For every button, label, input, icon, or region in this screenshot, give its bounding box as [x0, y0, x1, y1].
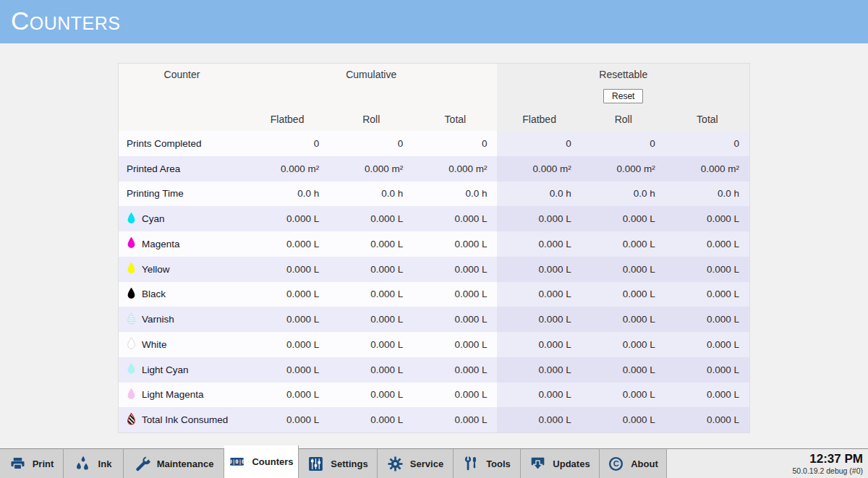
gear-icon	[387, 456, 404, 472]
counter-value: 0.000 L	[245, 257, 329, 282]
reset-button-wrap: Reset	[497, 85, 749, 107]
sub-header-flatbed-cumulative: Flatbed	[245, 107, 329, 131]
counter-value: 0.000 L	[497, 407, 581, 432]
ink-drops-icon	[75, 456, 92, 472]
page-title: Counters	[11, 8, 121, 33]
wrench-icon	[134, 456, 150, 472]
copyright-icon: C	[608, 456, 624, 472]
tab-label: Ink	[98, 458, 112, 469]
tab-label: About	[631, 458, 658, 469]
light-magenta-drop-icon	[127, 388, 136, 402]
table-row: Yellow 0.000 L0.000 L0.000 L0.000 L0.000…	[119, 257, 749, 282]
reset-button[interactable]: Reset	[603, 89, 643, 103]
counter-value: 0.000 L	[582, 383, 665, 408]
counter-value: 0.000 L	[665, 357, 749, 383]
counter-value: 0.0 h	[413, 182, 497, 207]
printer-icon	[9, 456, 26, 472]
version-text: 50.0.19.2 debug (#0)	[793, 466, 864, 475]
row-label: Printing Time	[127, 188, 184, 199]
light-cyan-drop-icon	[127, 362, 136, 377]
counter-value: 0.000 L	[329, 407, 413, 432]
counter-value: 0.000 L	[245, 282, 329, 307]
table-row: Black 0.000 L0.000 L0.000 L0.000 L0.000 …	[119, 282, 749, 307]
svg-text:0|0|0: 0|0|0	[229, 458, 245, 465]
counter-value: 0	[329, 131, 413, 156]
row-label-cell: Total Ink Consumed	[119, 407, 245, 432]
counter-value: 0.000 L	[497, 307, 581, 332]
table-row: Magenta 0.000 L0.000 L0.000 L0.000 L0.00…	[119, 231, 749, 257]
counter-value: 0.000 m²	[245, 156, 329, 182]
counter-value: 0.000 L	[497, 257, 581, 282]
table-header: Counter Cumulative Resettable Reset Flat…	[119, 64, 749, 131]
counter-value: 0.000 L	[329, 383, 413, 408]
counter-value: 0.0 h	[245, 182, 329, 207]
counter-value: 0.000 L	[329, 282, 413, 307]
table-row: Printed Area 0.000 m²0.000 m²0.000 m²0.0…	[119, 156, 749, 182]
counter-value: 0.000 L	[497, 383, 581, 408]
counter-value: 0.000 L	[413, 206, 497, 231]
row-label: White	[142, 339, 167, 350]
counter-value: 0.000 L	[665, 383, 749, 408]
table-row: Prints Completed 000000	[119, 131, 749, 156]
counter-value: 0.000 L	[413, 332, 497, 357]
counter-value: 0.000 L	[582, 206, 665, 231]
cyan-drop-icon	[127, 212, 136, 226]
row-label: Yellow	[142, 264, 170, 275]
row-label-cell: Prints Completed	[119, 131, 245, 156]
row-label-cell: Light Cyan	[119, 357, 245, 383]
counter-value: 0	[665, 131, 749, 156]
row-label: Varnish	[142, 314, 174, 325]
table-row: White 0.000 L0.000 L0.000 L0.000 L0.000 …	[119, 332, 749, 357]
counter-value: 0.000 L	[413, 231, 497, 257]
counter-value: 0.000 L	[329, 332, 413, 357]
row-label-cell: Printed Area	[119, 156, 245, 182]
content-area: Counter Cumulative Resettable Reset Flat…	[0, 43, 868, 448]
column-group-cumulative: Cumulative	[245, 64, 497, 85]
tab-about[interactable]: C About	[600, 448, 667, 478]
counter-value: 0.000 L	[413, 383, 497, 408]
table-row: Cyan 0.000 L0.000 L0.000 L0.000 L0.000 L…	[119, 206, 749, 231]
row-label-cell: Printing Time	[119, 182, 245, 207]
sub-header-roll-resettable: Roll	[582, 107, 665, 131]
tab-label: Tools	[486, 458, 511, 469]
clock-area: 12:37 PM50.0.19.2 debug (#0)	[667, 448, 868, 478]
tab-label: Print	[33, 458, 54, 469]
tab-tools[interactable]: Tools	[454, 448, 521, 478]
sub-header-total-resettable: Total	[665, 107, 749, 131]
tab-settings[interactable]: Settings	[299, 448, 378, 478]
magenta-drop-icon	[127, 236, 136, 251]
tab-label: Settings	[331, 458, 367, 469]
counter-value: 0.000 L	[665, 257, 749, 282]
counters-table: Counter Cumulative Resettable Reset Flat…	[118, 63, 750, 433]
counter-value: 0.000 L	[245, 357, 329, 383]
table-body: Prints Completed 000000 Printed Area 0.0…	[119, 131, 749, 432]
sub-header-total-cumulative: Total	[413, 107, 497, 131]
tab-counters[interactable]: 0|0|0 Counters	[224, 445, 299, 478]
varnish-drop-icon	[127, 312, 136, 327]
counter-value: 0.000 m²	[582, 156, 665, 182]
counter-value: 0.000 L	[665, 206, 749, 231]
counter-value: 0.000 L	[329, 257, 413, 282]
counter-value: 0.000 L	[413, 257, 497, 282]
tab-service[interactable]: Service	[378, 448, 454, 478]
sub-header-roll-cumulative: Roll	[329, 107, 413, 131]
tab-maintenance[interactable]: Maintenance	[124, 448, 224, 478]
counter-value: 0.000 L	[329, 357, 413, 383]
counter-value: 0.000 L	[245, 206, 329, 231]
counter-value: 0.000 L	[329, 206, 413, 231]
counter-value: 0.0 h	[665, 182, 749, 207]
tab-print[interactable]: Print	[0, 448, 64, 478]
row-label: Light Cyan	[142, 364, 189, 375]
counter-value: 0.000 L	[497, 332, 581, 357]
counter-value: 0.000 L	[582, 332, 665, 357]
counter-value: 0.000 L	[413, 357, 497, 383]
tab-ink[interactable]: Ink	[64, 448, 124, 478]
total-ink-drop-icon	[127, 413, 136, 427]
row-label: Black	[142, 289, 166, 299]
tab-updates[interactable]: Updates	[521, 448, 600, 478]
counter-value: 0.000 m²	[665, 156, 749, 182]
row-label-cell: Light Magenta	[119, 383, 245, 408]
counter-value: 0.000 L	[245, 231, 329, 257]
row-label-cell: Cyan	[119, 206, 245, 231]
counter-value: 0	[413, 131, 497, 156]
